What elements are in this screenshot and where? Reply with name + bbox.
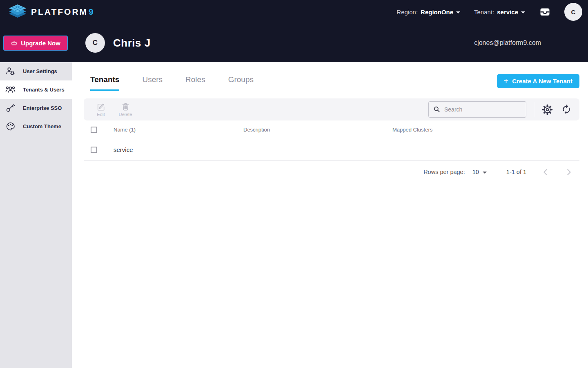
- column-settings-gear-icon[interactable]: [541, 104, 553, 115]
- previous-page-button[interactable]: [540, 167, 550, 177]
- column-header-mapped-clusters[interactable]: Mapped Clusters: [392, 127, 579, 133]
- users-group-icon: [5, 85, 16, 95]
- brand-accent-9: 9: [89, 7, 94, 17]
- toolbar-divider: [534, 102, 534, 117]
- row-checkbox[interactable]: [91, 147, 97, 153]
- sidebar-item-user-settings[interactable]: User Settings: [0, 62, 72, 80]
- tenant-selector[interactable]: Tenant: service: [474, 9, 525, 16]
- cell-tenant-name: service: [114, 146, 243, 153]
- chevron-down-icon: [521, 11, 525, 13]
- search-input[interactable]: [444, 106, 518, 113]
- rows-per-page-label: Rows per page:: [423, 169, 465, 175]
- next-page-button[interactable]: [564, 167, 574, 177]
- sidebar-item-enterprise-sso[interactable]: Enterprise SSO: [0, 99, 72, 117]
- profile-avatar: C: [85, 33, 105, 53]
- tenant-label: Tenant:: [474, 9, 494, 16]
- crown-icon: [11, 40, 18, 46]
- rows-per-page-select[interactable]: 10: [472, 169, 487, 175]
- delete-button[interactable]: Delete: [116, 102, 134, 117]
- column-header-name[interactable]: Name (1): [114, 127, 243, 133]
- table-toolbar: Edit Delete: [84, 98, 579, 120]
- pagination-bar: Rows per page: 10 1-1 of 1: [84, 161, 579, 183]
- trash-icon: [121, 102, 130, 112]
- create-tenant-label: Create A New Tenant: [512, 78, 572, 85]
- pagination-range: 1-1 of 1: [506, 169, 526, 175]
- region-selector[interactable]: Region: RegionOne: [396, 9, 460, 16]
- sidebar-item-custom-theme[interactable]: Custom Theme: [0, 117, 72, 136]
- plus-icon: +: [504, 77, 509, 85]
- topbar-right: Region: RegionOne Tenant: service C: [396, 3, 582, 21]
- rows-per-page-value: 10: [472, 169, 479, 175]
- sidebar-item-label: User Settings: [23, 68, 57, 74]
- region-label: Region:: [396, 9, 418, 16]
- body-row: User Settings Tenants & Users: [0, 62, 588, 368]
- tab-roles[interactable]: Roles: [185, 75, 205, 91]
- profile-user-email: cjones@platform9.com: [474, 39, 541, 47]
- tab-users[interactable]: Users: [142, 75, 163, 91]
- user-gear-icon: [5, 66, 16, 77]
- dark-header: PLATFORM 9 Region: RegionOne Tenant: ser…: [0, 0, 588, 62]
- tabs-row: Tenants Users Roles Groups + Create A Ne…: [84, 73, 579, 91]
- tab-groups[interactable]: Groups: [228, 75, 254, 91]
- header-checkbox-cell: [84, 127, 114, 133]
- profile-user-name: Chris J: [113, 37, 151, 49]
- inbox-icon[interactable]: [539, 6, 550, 18]
- sidebar-item-label: Enterprise SSO: [23, 105, 62, 111]
- refresh-icon[interactable]: [561, 104, 572, 115]
- sidebar: User Settings Tenants & Users: [0, 62, 72, 368]
- edit-icon: [96, 102, 106, 112]
- key-icon: [5, 103, 16, 114]
- column-header-description[interactable]: Description: [243, 127, 392, 133]
- region-value: RegionOne: [421, 9, 453, 16]
- profile-row: Upgrade Now C Chris J cjones@platform9.c…: [0, 24, 588, 62]
- sidebar-item-tenants-users[interactable]: Tenants & Users: [0, 80, 72, 99]
- edit-label: Edit: [97, 112, 105, 117]
- palette-icon: [5, 121, 16, 132]
- edit-button[interactable]: Edit: [92, 102, 110, 117]
- chevron-down-icon: [483, 172, 487, 174]
- platform9-logo[interactable]: PLATFORM 9: [8, 3, 94, 21]
- row-checkbox-cell: [84, 147, 114, 153]
- search-box[interactable]: [428, 101, 526, 118]
- search-icon: [433, 105, 441, 114]
- create-tenant-button[interactable]: + Create A New Tenant: [497, 74, 580, 88]
- chevron-down-icon: [456, 11, 460, 13]
- sidebar-item-label: Custom Theme: [23, 123, 61, 129]
- table-header-row: Name (1) Description Mapped Clusters: [84, 120, 579, 139]
- platform9-logo-icon: [8, 3, 27, 21]
- delete-label: Delete: [118, 112, 132, 117]
- table-row[interactable]: service: [84, 139, 579, 161]
- brand-name: PLATFORM: [31, 7, 88, 17]
- upgrade-now-button[interactable]: Upgrade Now: [3, 36, 68, 51]
- tenant-value: service: [497, 9, 518, 16]
- sidebar-item-label: Tenants & Users: [23, 87, 65, 93]
- upgrade-now-label: Upgrade Now: [21, 40, 60, 47]
- main-content: Tenants Users Roles Groups + Create A Ne…: [72, 62, 588, 368]
- user-avatar[interactable]: C: [564, 3, 582, 21]
- topbar: PLATFORM 9 Region: RegionOne Tenant: ser…: [0, 0, 588, 24]
- select-all-checkbox[interactable]: [91, 127, 97, 133]
- tab-tenants[interactable]: Tenants: [90, 75, 119, 91]
